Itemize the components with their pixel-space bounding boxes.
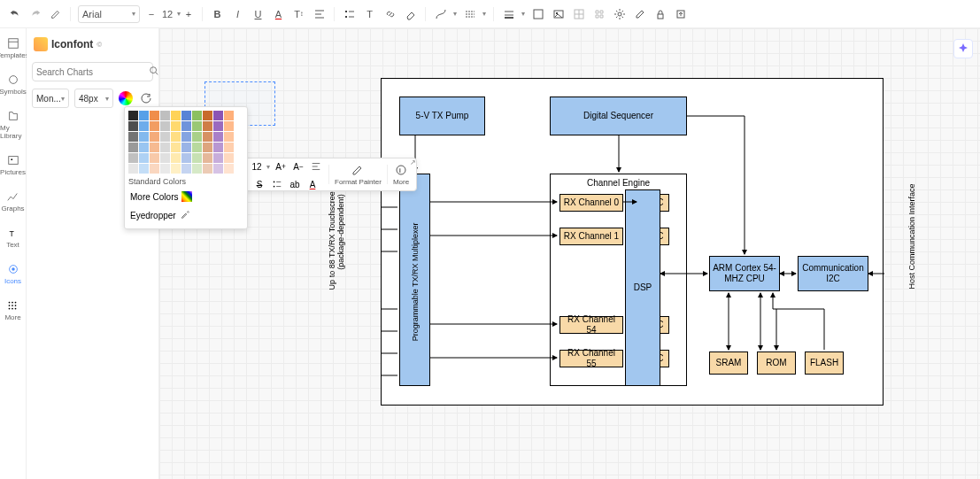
color-swatch[interactable] [224,111,234,120]
color-swatch[interactable] [192,143,202,152]
color-swatch[interactable] [128,132,138,142]
gear-icon[interactable] [612,6,627,21]
rx1-box[interactable]: RX Channel 1 [559,228,623,245]
color-swatch[interactable] [224,121,234,131]
color-swatch[interactable] [213,143,223,152]
color-swatch[interactable] [128,143,138,152]
color-swatch[interactable] [150,111,159,120]
arm-box[interactable]: ARM Cortex 54-MHZ CPU [709,256,780,291]
lock-icon[interactable] [652,6,667,21]
eyedropper[interactable]: Eyedropper [128,205,243,225]
search-box[interactable] [32,62,153,81]
rail-more[interactable]: More [4,299,20,321]
color-swatch[interactable] [181,121,191,131]
color-swatch[interactable] [128,164,138,174]
connector-icon[interactable] [433,6,448,21]
color-swatch[interactable] [192,153,202,163]
image-icon[interactable] [551,6,566,21]
rail-templates[interactable]: Templates [0,37,29,59]
color-swatch[interactable] [181,111,191,120]
rail-pictures[interactable]: Pictures [0,154,26,176]
float-dismiss-icon[interactable]: ↗ [407,157,418,167]
rail-text[interactable]: TText [6,227,19,249]
color-swatch[interactable] [139,164,149,174]
color-swatch[interactable] [171,111,181,120]
undo-icon[interactable] [7,6,22,21]
color-swatch[interactable] [128,121,138,131]
color-swatch[interactable] [128,153,138,163]
color-swatch[interactable] [150,132,159,142]
color-swatch[interactable] [203,143,212,152]
channel-engine-box[interactable]: Channel Engine RX Channel 0 RX Channel 1… [550,174,687,386]
grid-icon[interactable] [591,6,606,21]
color-wheel-icon[interactable] [119,91,133,105]
color-swatch[interactable] [150,153,159,163]
color-swatch[interactable] [139,121,149,131]
float-case-icon[interactable]: ab [288,177,302,191]
more-colors[interactable]: More Colors [128,188,243,205]
rail-library[interactable]: My Library [0,110,26,140]
shape-icon[interactable] [530,6,545,21]
color-swatch[interactable] [203,121,212,131]
color-swatch[interactable] [224,132,234,142]
color-swatch[interactable] [160,132,170,142]
color-swatch[interactable] [203,132,212,142]
sram-box[interactable]: SRAM [709,352,748,375]
color-swatch[interactable] [192,164,202,174]
color-swatch[interactable] [213,121,223,131]
color-swatch[interactable] [160,153,170,163]
float-grow-icon[interactable]: A+ [274,159,288,174]
edit-icon[interactable] [632,6,647,21]
export-icon[interactable] [673,6,688,21]
ai-spark-button[interactable] [953,39,973,58]
color-swatch[interactable] [171,132,181,142]
underline-icon[interactable]: U [251,6,266,21]
color-swatch[interactable] [160,111,170,120]
flash-box[interactable]: FLASH [805,352,844,375]
rail-icons[interactable]: Icons [4,263,21,285]
text-tool-icon[interactable]: T [362,6,377,21]
float-bullets-icon[interactable] [270,177,284,191]
table-icon[interactable] [571,6,586,21]
size-incr[interactable]: + [182,8,195,20]
mode-select[interactable]: Mon...▾ [32,89,69,108]
font-select[interactable]: Arial▾ [78,5,140,23]
link-icon[interactable] [382,6,397,21]
color-swatch[interactable] [213,164,223,174]
float-strike-icon[interactable]: S [252,177,266,191]
bold-icon[interactable]: B [210,6,225,21]
dsp-box[interactable]: DSP [625,189,660,386]
redo-icon[interactable] [27,6,42,21]
color-swatch[interactable] [192,111,202,120]
color-swatch[interactable] [160,143,170,152]
bullet-icon[interactable] [342,6,357,21]
color-swatch[interactable] [171,153,181,163]
color-swatch[interactable] [181,132,191,142]
float-shrink-icon[interactable]: A− [291,159,305,174]
color-swatch[interactable] [181,143,191,152]
float-color-icon[interactable]: A [305,177,320,191]
color-swatch[interactable] [181,153,191,163]
brush-icon[interactable] [48,6,63,21]
eraser-icon[interactable] [403,6,418,21]
icon-size-select[interactable]: 48px▾ [74,89,113,108]
digital-sequencer-box[interactable]: Digital Sequencer [550,97,687,135]
color-swatch[interactable] [224,164,234,174]
italic-icon[interactable]: I [230,6,245,21]
color-swatch[interactable] [213,153,223,163]
color-swatch[interactable] [139,132,149,142]
rail-graphs[interactable]: Graphs [1,190,24,212]
color-swatch[interactable] [203,111,212,120]
tx-pump-box[interactable]: 5-V TX Pump [399,97,485,135]
theme-color-grid[interactable] [128,111,243,174]
color-swatch[interactable] [139,111,149,120]
size-decr[interactable]: − [145,8,158,20]
font-color-icon[interactable]: A [271,6,286,21]
rx55-box[interactable]: RX Channel 55 [559,350,623,367]
color-swatch[interactable] [150,121,159,131]
color-swatch[interactable] [213,132,223,142]
color-swatch[interactable] [203,153,212,163]
line-style-icon[interactable] [462,6,477,21]
canvas[interactable]: 5-V TX Pump Digital Sequencer Programmab… [159,28,980,479]
color-swatch[interactable] [203,164,212,174]
